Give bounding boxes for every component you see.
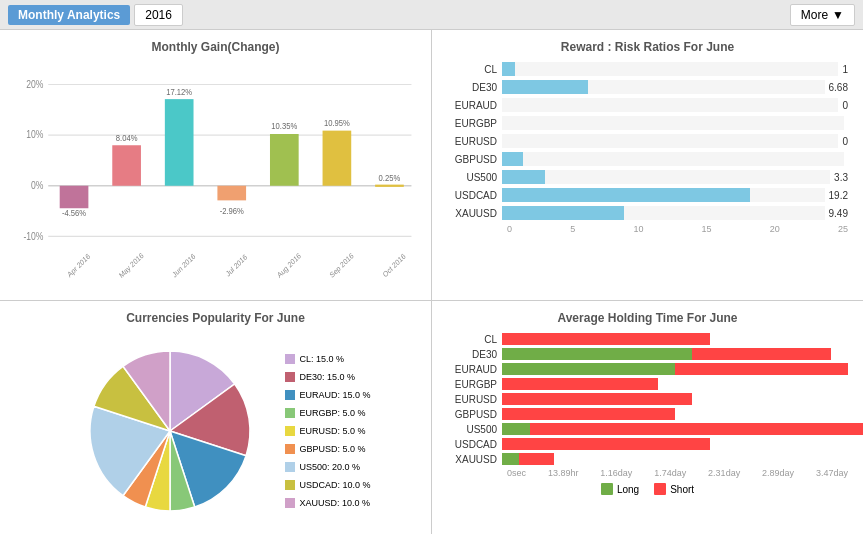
- short-legend: Short: [654, 483, 694, 495]
- risk-label: XAUUSD: [447, 208, 502, 219]
- risk-row: EURUSD 0: [447, 134, 848, 148]
- risk-chart-panel: Reward : Risk Ratios For June CL 1 DE30 …: [432, 30, 863, 300]
- pie-legend-color: [285, 444, 295, 454]
- svg-text:Jul 2016: Jul 2016: [224, 252, 249, 279]
- svg-text:10.95%: 10.95%: [324, 118, 350, 129]
- holding-short-bar: [530, 423, 863, 435]
- pie-legend-item: US500: 20.0 %: [285, 458, 370, 476]
- holding-bars: [502, 453, 848, 465]
- pie-chart-title: Currencies Popularity For June: [10, 311, 421, 325]
- risk-track: [502, 116, 844, 130]
- holding-axis: 0sec 13.89hr 1.16day 1.74day 2.31day 2.8…: [507, 468, 848, 478]
- holding-bars: [502, 348, 848, 360]
- pie-legend-color: [285, 462, 295, 472]
- risk-value: 6.68: [829, 82, 848, 93]
- more-button[interactable]: More ▼: [790, 4, 855, 26]
- pie-legend-item: EURAUD: 15.0 %: [285, 386, 370, 404]
- holding-short-bar: [502, 378, 658, 390]
- year-label: 2016: [134, 4, 183, 26]
- risk-label: EURGBP: [447, 118, 502, 129]
- svg-rect-20: [270, 134, 299, 186]
- pie-legend-label: DE30: 15.0 %: [299, 368, 355, 386]
- more-label: More: [801, 8, 828, 22]
- holding-chart-title: Average Holding Time For June: [442, 311, 853, 325]
- risk-row: EURGBP: [447, 116, 848, 130]
- pie-legend-item: EURGBP: 5.0 %: [285, 404, 370, 422]
- holding-row: CL: [447, 333, 848, 345]
- risk-fill: [502, 80, 588, 94]
- svg-text:Sep 2016: Sep 2016: [328, 251, 355, 280]
- svg-text:0.25%: 0.25%: [379, 173, 401, 184]
- holding-row: DE30: [447, 348, 848, 360]
- risk-track: [502, 98, 838, 112]
- holding-row: EURGBP: [447, 378, 848, 390]
- holding-label: EURUSD: [447, 394, 502, 405]
- svg-text:Jun 2016: Jun 2016: [171, 251, 197, 279]
- holding-label: US500: [447, 424, 502, 435]
- bar-chart-svg: 20% 10% 0% -10% -4.56% Apr 2016 8.04% Ma…: [10, 62, 421, 287]
- svg-rect-11: [112, 145, 141, 186]
- svg-text:Aug 2016: Aug 2016: [275, 251, 302, 280]
- pie-legend-label: EURUSD: 5.0 %: [299, 422, 365, 440]
- risk-label: US500: [447, 172, 502, 183]
- risk-label: EURUSD: [447, 136, 502, 147]
- holding-row: US500: [447, 423, 848, 435]
- risk-row: US500 3.3: [447, 170, 848, 184]
- holding-short-bar: [502, 393, 692, 405]
- svg-text:8.04%: 8.04%: [116, 132, 138, 143]
- risk-track: [502, 134, 838, 148]
- risk-row: USDCAD 19.2: [447, 188, 848, 202]
- bar-chart-title: Monthly Gain(Change): [10, 40, 421, 54]
- svg-text:Oct 2016: Oct 2016: [381, 251, 407, 279]
- svg-rect-26: [375, 185, 404, 187]
- pie-legend-item: USDCAD: 10.0 %: [285, 476, 370, 494]
- risk-track: [502, 188, 825, 202]
- pie-legend-color: [285, 390, 295, 400]
- risk-fill: [502, 188, 750, 202]
- holding-label: EURGBP: [447, 379, 502, 390]
- risk-label: DE30: [447, 82, 502, 93]
- pie-chart-panel: Currencies Popularity For June CL: 15.0 …: [0, 301, 431, 534]
- svg-text:May 2016: May 2016: [117, 251, 145, 281]
- short-color: [654, 483, 666, 495]
- risk-axis: 0 5 10 15 20 25: [507, 224, 848, 234]
- pie-legend-item: XAUUSD: 10.0 %: [285, 494, 370, 512]
- dashboard: Monthly Gain(Change) 20% 10% 0% -10% -4.…: [0, 30, 863, 534]
- holding-short-bar: [675, 363, 848, 375]
- risk-row: GBPUSD: [447, 152, 848, 166]
- risk-fill: [502, 62, 515, 76]
- holding-long-bar: [502, 453, 519, 465]
- pie-legend-color: [285, 372, 295, 382]
- risk-track: [502, 206, 825, 220]
- long-color: [601, 483, 613, 495]
- holding-bars: [502, 423, 848, 435]
- holding-bars: [502, 438, 848, 450]
- app-title: Monthly Analytics: [8, 5, 130, 25]
- svg-text:10%: 10%: [26, 129, 43, 141]
- holding-long-bar: [502, 348, 692, 360]
- risk-label: GBPUSD: [447, 154, 502, 165]
- risk-label: EURAUD: [447, 100, 502, 111]
- risk-value: 0: [842, 100, 848, 111]
- risk-label: CL: [447, 64, 502, 75]
- risk-chart-title: Reward : Risk Ratios For June: [442, 40, 853, 54]
- svg-text:20%: 20%: [26, 78, 43, 90]
- risk-value: 0: [842, 136, 848, 147]
- holding-chart-panel: Average Holding Time For June CL DE30 EU…: [432, 301, 863, 534]
- pie-legend-color: [285, 426, 295, 436]
- holding-short-bar: [692, 348, 830, 360]
- svg-rect-14: [165, 99, 194, 186]
- risk-value: 19.2: [829, 190, 848, 201]
- holding-long-bar: [502, 423, 530, 435]
- risk-track: [502, 62, 838, 76]
- svg-text:0%: 0%: [31, 179, 43, 191]
- pie-legend-color: [285, 408, 295, 418]
- risk-value: 3.3: [834, 172, 848, 183]
- holding-label: XAUUSD: [447, 454, 502, 465]
- pie-legend-label: EURGBP: 5.0 %: [299, 404, 365, 422]
- pie-legend-item: GBPUSD: 5.0 %: [285, 440, 370, 458]
- pie-legend-color: [285, 480, 295, 490]
- holding-row: EURAUD: [447, 363, 848, 375]
- holding-row: GBPUSD: [447, 408, 848, 420]
- pie-legend-color: [285, 354, 295, 364]
